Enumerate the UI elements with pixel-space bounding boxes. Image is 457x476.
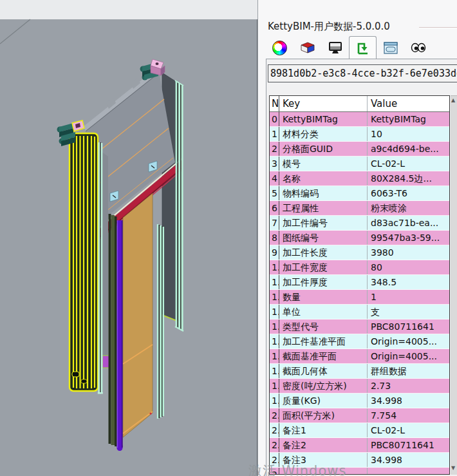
tab-import-data[interactable]: [349, 36, 377, 59]
cell-value[interactable]: CL-02-L: [368, 157, 449, 171]
cell-value[interactable]: 10: [368, 127, 449, 141]
cell-index[interactable]: 1: [270, 127, 279, 141]
cell-value[interactable]: 80: [368, 260, 449, 274]
cell-index[interactable]: 1.: [270, 319, 279, 334]
cell-index[interactable]: 4: [270, 171, 279, 186]
cell-value[interactable]: 2.73: [368, 379, 449, 393]
table-row[interactable]: 1.密度(吨/立方米)2.73: [270, 379, 449, 394]
tab-window[interactable]: [377, 36, 404, 59]
cell-index[interactable]: 1.: [270, 334, 279, 348]
table-row[interactable]: 9加工件长度3980: [270, 245, 449, 260]
cell-index[interactable]: 1.: [270, 290, 279, 304]
cell-value[interactable]: 群组数据: [368, 364, 449, 378]
cell-key[interactable]: 名称: [279, 171, 368, 186]
cell-index[interactable]: 2.: [270, 423, 279, 437]
cell-key[interactable]: 材料分类: [279, 127, 368, 141]
cell-key[interactable]: 质量(KG): [279, 394, 368, 408]
cell-index[interactable]: 2.: [270, 438, 279, 452]
cell-value[interactable]: 1: [368, 290, 449, 304]
cell-index[interactable]: 7: [270, 216, 279, 230]
cell-index[interactable]: 2: [270, 142, 279, 156]
cell-index[interactable]: 1.: [270, 349, 279, 363]
cell-value[interactable]: Origin=4005...: [368, 334, 449, 348]
table-row[interactable]: 6工程属性粉末喷涂: [270, 201, 449, 216]
cell-value[interactable]: 34.998: [368, 453, 449, 467]
cell-key[interactable]: 截面几何体: [279, 364, 368, 378]
cell-key[interactable]: 模号: [279, 157, 368, 171]
tab-materials[interactable]: [294, 36, 321, 59]
guid-input[interactable]: [268, 64, 457, 82]
table-row[interactable]: 4名称80X284.5边...: [270, 171, 449, 186]
cell-index[interactable]: 0: [270, 112, 279, 126]
table-row[interactable]: 1.类型代号PBC80711641: [270, 319, 449, 334]
cell-key[interactable]: 面积(平方米): [279, 408, 368, 423]
cell-value[interactable]: 6063-T6: [368, 186, 449, 200]
cell-key[interactable]: 加工件厚度: [279, 275, 368, 289]
cell-index[interactable]: 1.: [270, 394, 279, 408]
cell-value[interactable]: KettyBIMTag: [368, 112, 449, 126]
cell-index[interactable]: 8: [270, 231, 279, 245]
cell-value[interactable]: PBC80711641: [368, 319, 449, 334]
cell-key[interactable]: 物料编码: [279, 186, 368, 200]
cell-value[interactable]: 7.754: [368, 408, 449, 423]
cell-value[interactable]: d83ac71b-ea...: [368, 216, 449, 230]
cell-index[interactable]: 1.: [270, 379, 279, 393]
cell-value[interactable]: 99547ba3-59...: [368, 231, 449, 245]
cell-key[interactable]: 截面基准平面: [279, 349, 368, 363]
table-row[interactable]: 1材料分类10: [270, 127, 449, 142]
3d-viewport[interactable]: [0, 0, 257, 476]
table-row[interactable]: 1.加工件厚度348.5: [270, 275, 449, 290]
cell-value[interactable]: 80X284.5边...: [368, 171, 449, 186]
scrollbar-down-icon[interactable]: ▼: [451, 466, 455, 471]
cell-key[interactable]: 密度(吨/立方米): [279, 379, 368, 393]
cell-value[interactable]: 支: [368, 305, 449, 319]
cell-key[interactable]: 工程属性: [279, 201, 368, 215]
cell-index[interactable]: 1.: [270, 260, 279, 274]
cell-index[interactable]: 9: [270, 245, 279, 260]
tab-color-wheel[interactable]: [266, 36, 294, 59]
cell-value[interactable]: a9c4d694-be...: [368, 142, 449, 156]
table-row[interactable]: 2.面积(平方米)7.754: [270, 408, 449, 423]
table-row[interactable]: 2.备注1CL-02-L: [270, 423, 449, 438]
tab-visibility[interactable]: [404, 36, 432, 59]
table-row[interactable]: 1.截面基准平面Origin=4005...: [270, 349, 449, 364]
table-row[interactable]: 7加工件编号d83ac71b-ea...: [270, 216, 449, 231]
cell-value[interactable]: 粉末喷涂: [368, 201, 449, 215]
cell-value[interactable]: CL-02-L: [368, 423, 449, 437]
table-row[interactable]: 3模号CL-02-L: [270, 157, 449, 171]
table-row[interactable]: 1.数量1: [270, 290, 449, 305]
cell-key[interactable]: 加工件基准平面: [279, 334, 368, 348]
table-row[interactable]: 2分格面GUIDa9c4d694-be...: [270, 142, 449, 157]
cell-key[interactable]: 加工件长度: [279, 245, 368, 260]
tab-display[interactable]: [321, 36, 349, 59]
cell-value[interactable]: Origin=4005...: [368, 349, 449, 363]
cell-index[interactable]: 6: [270, 201, 279, 215]
cell-index[interactable]: 1.: [270, 305, 279, 319]
cell-value[interactable]: PBC80711641: [368, 438, 449, 452]
table-row[interactable]: 1.加工件基准平面Origin=4005...: [270, 334, 449, 349]
cell-key[interactable]: 数量: [279, 290, 368, 304]
cell-value[interactable]: 34.998: [368, 394, 449, 408]
table-row[interactable]: 0KettyBIMTagKettyBIMTag: [270, 112, 449, 127]
table-row[interactable]: 2.备注2PBC80711641: [270, 438, 449, 453]
cell-key[interactable]: 分格面GUID: [279, 142, 368, 156]
table-row[interactable]: 5物料编码6063-T6: [270, 186, 449, 201]
cell-index[interactable]: 2.: [270, 408, 279, 423]
cell-key[interactable]: 单位: [279, 305, 368, 319]
cell-key[interactable]: 类型代号: [279, 319, 368, 334]
cell-value[interactable]: 3980: [368, 245, 449, 260]
table-row[interactable]: 1.截面几何体群组数据: [270, 364, 449, 379]
table-row[interactable]: 1.质量(KG)34.998: [270, 394, 449, 408]
table-row[interactable]: 1.单位支: [270, 305, 449, 319]
cell-key[interactable]: KettyBIMTag: [279, 112, 368, 126]
cell-key[interactable]: 加工件编号: [279, 216, 368, 230]
table-row[interactable]: 1.加工件宽度80: [270, 260, 449, 275]
table-row[interactable]: 8图纸编号99547ba3-59...: [270, 231, 449, 245]
cell-value[interactable]: [368, 468, 449, 475]
cell-index[interactable]: 1.: [270, 275, 279, 289]
cell-index[interactable]: 3: [270, 157, 279, 171]
cell-value[interactable]: 348.5: [368, 275, 449, 289]
cell-index[interactable]: 5: [270, 186, 279, 200]
cell-key[interactable]: 图纸编号: [279, 231, 368, 245]
table-scrollbar[interactable]: ▲ ▼: [451, 95, 457, 475]
